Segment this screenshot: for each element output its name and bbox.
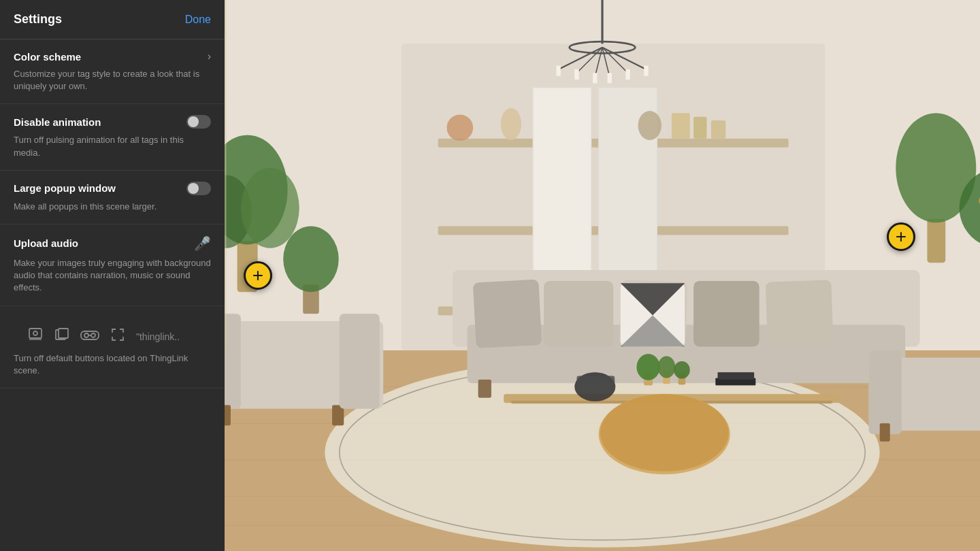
- svg-point-1: [33, 331, 37, 335]
- large-popup-item: Large popup window Make all popups in th…: [0, 171, 225, 224]
- svg-rect-50: [927, 219, 945, 263]
- svg-rect-43: [711, 120, 725, 139]
- large-popup-title: Large popup window: [14, 182, 116, 194]
- svg-point-83: [658, 356, 676, 378]
- vr-icon[interactable]: [80, 328, 99, 346]
- upload-audio-header: Upload audio 🎤: [14, 235, 211, 252]
- settings-panel: Settings Done Color scheme › Customize y…: [0, 0, 225, 551]
- upload-audio-item: Upload audio 🎤 Make your images truly en…: [0, 224, 225, 306]
- upload-audio-title: Upload audio: [14, 237, 78, 249]
- svg-rect-69: [693, 281, 760, 347]
- done-button[interactable]: Done: [185, 14, 211, 26]
- color-scheme-item[interactable]: Color scheme › Customize your tag style …: [0, 39, 225, 104]
- svg-rect-32: [556, 66, 560, 76]
- disable-animation-toggle[interactable]: [186, 115, 211, 129]
- tag-button-left[interactable]: +: [244, 261, 272, 290]
- svg-rect-87: [718, 372, 755, 380]
- svg-point-49: [283, 227, 339, 293]
- toolbar-icons-row: "thinglink..: [14, 317, 211, 352]
- svg-point-38: [446, 114, 473, 141]
- expand-icon[interactable]: [110, 327, 125, 346]
- svg-rect-22: [533, 88, 591, 278]
- svg-rect-66: [473, 280, 542, 348]
- settings-header: Settings Done: [0, 0, 225, 39]
- large-popup-toggle[interactable]: [186, 182, 211, 195]
- upload-audio-desc: Make your images truly engaging with bac…: [14, 257, 211, 295]
- color-scheme-header: Color scheme ›: [14, 50, 211, 63]
- search-zoom-icon[interactable]: [27, 327, 44, 347]
- svg-rect-36: [593, 73, 597, 83]
- svg-rect-37: [608, 73, 612, 83]
- toolbar-thinglink-label: "thinglink..: [136, 331, 180, 342]
- svg-rect-35: [625, 69, 630, 80]
- disable-animation-item: Disable animation Turn off pulsing anima…: [0, 104, 225, 170]
- disable-animation-header: Disable animation: [14, 115, 211, 129]
- settings-title: Settings: [14, 12, 62, 27]
- svg-rect-41: [672, 113, 690, 139]
- svg-rect-33: [644, 66, 648, 76]
- chevron-right-icon: ›: [208, 50, 211, 63]
- svg-rect-4: [59, 329, 68, 338]
- svg-rect-0: [29, 329, 42, 338]
- svg-point-39: [501, 108, 521, 140]
- large-popup-header: Large popup window: [14, 182, 211, 195]
- color-scheme-title: Color scheme: [14, 51, 81, 63]
- svg-rect-42: [693, 117, 706, 139]
- svg-rect-67: [544, 281, 613, 347]
- svg-point-81: [636, 354, 659, 380]
- svg-rect-107: [225, 0, 226, 350]
- toolbar-item: "thinglink.. Turn off default buttons lo…: [0, 306, 225, 388]
- disable-animation-title: Disable animation: [14, 116, 101, 128]
- toolbar-desc: Turn off default buttons located on Thin…: [14, 352, 211, 377]
- svg-rect-64: [478, 380, 491, 398]
- svg-rect-89: [225, 314, 241, 408]
- svg-point-7: [91, 333, 95, 337]
- large-popup-desc: Make all popups in this scene larger.: [14, 201, 211, 213]
- preview-area: + + "thinglink...: [225, 0, 980, 551]
- svg-rect-96: [880, 423, 890, 441]
- svg-rect-70: [766, 280, 834, 348]
- svg-rect-92: [340, 314, 380, 408]
- svg-point-47: [241, 168, 299, 248]
- tag-button-right[interactable]: +: [887, 222, 915, 251]
- svg-rect-34: [574, 69, 578, 80]
- color-scheme-desc: Customize your tag style to create a loo…: [14, 68, 211, 93]
- svg-point-40: [638, 111, 662, 140]
- svg-point-85: [674, 361, 690, 379]
- microphone-icon[interactable]: 🎤: [194, 235, 211, 252]
- svg-rect-90: [225, 405, 231, 425]
- disable-animation-desc: Turn off pulsing animation for all tags …: [14, 134, 211, 158]
- svg-rect-95: [869, 350, 902, 434]
- svg-rect-79: [576, 376, 615, 393]
- svg-point-6: [84, 333, 88, 337]
- svg-point-77: [600, 394, 729, 471]
- copy-icon[interactable]: [54, 327, 69, 346]
